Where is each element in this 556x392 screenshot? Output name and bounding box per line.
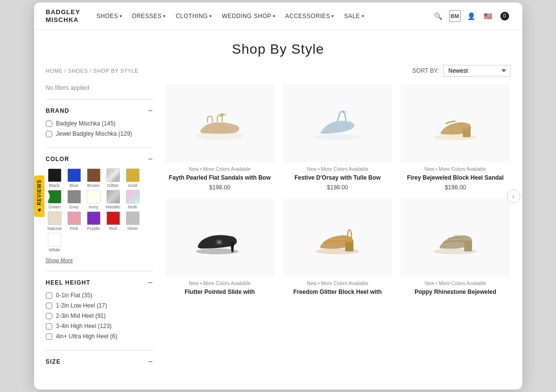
product-image-1 xyxy=(190,99,249,148)
brand-filter-label: BRAND xyxy=(46,107,69,114)
swatch-white-label: White xyxy=(49,248,60,252)
heel-low-checkbox[interactable] xyxy=(46,303,52,309)
heel-height-label: HEEL HEIGHT xyxy=(46,279,90,286)
swatch-metallic[interactable] xyxy=(106,190,120,204)
nav-clothing[interactable]: CLOTHING ▾ xyxy=(176,13,212,20)
swatch-grey[interactable] xyxy=(67,190,81,204)
breadcrumb-sort-bar: HOME / SHOES / SHOP BY STYLE SORT BY: Ne… xyxy=(34,61,522,84)
product-badge-1: New • More Colors Available xyxy=(189,166,250,172)
product-card-1[interactable]: New • More Colors Available Fayth Pearle… xyxy=(165,84,275,191)
brand-filter-header[interactable]: BRAND − xyxy=(46,106,153,115)
color-swatch-white[interactable]: White xyxy=(46,233,63,252)
heel-mid-checkbox[interactable] xyxy=(46,313,52,319)
swatch-purple[interactable] xyxy=(87,211,101,225)
cart-count: 0 xyxy=(500,12,509,21)
navbar: BADGLEY MISCHKA SHOES ▾ DRESSES ▾ CLOTHI… xyxy=(34,2,522,30)
heel-flat-checkbox[interactable] xyxy=(46,292,52,299)
product-name-4: Flutter Pointed Slide with xyxy=(185,288,255,296)
product-card-2[interactable]: New • More Colors Available Festive D'Or… xyxy=(283,84,392,191)
swatch-green[interactable] xyxy=(48,190,62,204)
size-filter-header[interactable]: SIZE − xyxy=(46,357,153,366)
heel-ultra-checkbox[interactable] xyxy=(46,333,52,340)
color-collapse-icon[interactable]: − xyxy=(148,155,153,164)
chevron-icon: ▾ xyxy=(362,14,365,19)
color-show-more[interactable]: Show More xyxy=(46,257,73,263)
swatch-multi[interactable] xyxy=(126,190,140,204)
brand-collapse-icon[interactable]: − xyxy=(148,106,153,115)
nav-accessories[interactable]: ACCESSORIES ▾ xyxy=(285,13,334,20)
swatch-white[interactable] xyxy=(48,233,62,247)
swatch-brown-label: Brown xyxy=(87,183,100,188)
swatch-silver[interactable] xyxy=(126,211,140,225)
product-image-wrap-4 xyxy=(165,199,275,277)
page-title: Shop By Style xyxy=(34,41,522,57)
color-swatch-glitter[interactable]: Glitter xyxy=(104,168,122,188)
swatch-natural-label: Natural xyxy=(47,226,62,231)
filter-item-jewel: Jewel Badgley Mischka (129) xyxy=(46,130,153,137)
brand-badgley-label: Badgley Mischka (145) xyxy=(56,120,116,127)
svg-rect-10 xyxy=(345,241,353,251)
account-icon[interactable]: 👤 xyxy=(466,10,477,22)
cart-icon[interactable]: 0 xyxy=(499,10,511,22)
color-swatch-grey[interactable]: Grey xyxy=(65,190,83,209)
color-swatch-brown[interactable]: Brown xyxy=(85,168,103,188)
brand-badgley-checkbox[interactable] xyxy=(46,121,52,127)
swatch-black[interactable] xyxy=(48,168,62,182)
product-name-1: Fayth Pearled Flat Sandals with Bow xyxy=(169,174,271,182)
color-swatch-ivory[interactable]: Ivory xyxy=(85,190,103,209)
swatch-natural[interactable] xyxy=(48,211,62,225)
wishlist-icon[interactable]: BM xyxy=(449,10,461,22)
nav-dresses[interactable]: DRESSES ▾ xyxy=(132,13,166,20)
swatch-metallic-label: Metallic xyxy=(105,205,121,209)
swatch-red[interactable] xyxy=(106,211,120,225)
no-filters-label: No filters applied xyxy=(46,84,153,91)
chevron-icon: ▾ xyxy=(273,14,276,19)
color-swatch-purple[interactable]: Purple xyxy=(85,211,103,231)
color-swatch-silver[interactable]: Silver xyxy=(124,211,142,231)
color-swatch-metallic[interactable]: Metallic xyxy=(104,190,122,209)
product-image-6 xyxy=(426,213,485,262)
color-swatch-blue[interactable]: Blue xyxy=(65,168,83,188)
heel-height-collapse-icon[interactable]: − xyxy=(148,278,153,287)
next-arrow[interactable]: › xyxy=(507,189,520,203)
color-swatch-multi[interactable]: Multi xyxy=(124,190,142,209)
swatch-glitter[interactable] xyxy=(106,168,120,182)
swatch-pink-label: Pink xyxy=(70,226,79,231)
heel-height-filter-header[interactable]: HEEL HEIGHT − xyxy=(46,278,153,287)
reviews-tab[interactable]: ★ REVIEWS xyxy=(34,175,44,217)
color-swatch-red[interactable]: Red xyxy=(104,211,122,231)
color-swatch-gold[interactable]: Gold xyxy=(124,168,142,188)
color-swatch-black[interactable]: Black xyxy=(46,168,63,188)
svg-point-2 xyxy=(314,134,361,140)
heel-high-checkbox[interactable] xyxy=(46,323,52,330)
brand-logo[interactable]: BADGLEY MISCHKA xyxy=(46,8,85,23)
heel-high: 3-4in High Heel (123) xyxy=(46,323,153,330)
swatch-ivory[interactable] xyxy=(87,190,101,204)
flag-icon[interactable]: 🇺🇸 xyxy=(482,10,494,22)
swatch-green-label: Green xyxy=(48,205,61,209)
brand-jewel-checkbox[interactable] xyxy=(46,131,52,137)
nav-shoes[interactable]: SHOES ▾ xyxy=(97,13,123,20)
search-icon[interactable]: 🔍 xyxy=(432,10,444,22)
swatch-brown[interactable] xyxy=(87,168,101,182)
swatch-blue[interactable] xyxy=(67,168,81,182)
nav-sale[interactable]: SALE ▾ xyxy=(344,13,364,20)
product-badge-3: New • More Colors Available xyxy=(425,166,486,172)
color-swatch-pink[interactable]: Pink xyxy=(65,211,83,231)
color-swatch-natural[interactable]: Natural xyxy=(46,211,63,231)
swatch-pink[interactable] xyxy=(67,211,81,225)
color-filter-header[interactable]: COLOR − xyxy=(46,155,153,164)
product-card-6[interactable]: New • More Colors Available Poppy Rhines… xyxy=(400,199,510,298)
sort-label: SORT BY: xyxy=(412,67,439,74)
nav-wedding[interactable]: WEDDING SHOP ▾ xyxy=(222,13,275,20)
size-collapse-icon[interactable]: − xyxy=(148,357,153,366)
product-name-6: Poppy Rhinestone Bejeweled xyxy=(414,288,496,296)
product-card-4[interactable]: New • More Colors Available Flutter Poin… xyxy=(165,199,275,298)
sort-dropdown[interactable]: Newest Price: Low to High Price: High to… xyxy=(443,65,511,77)
heel-low: 1-2in Low Heel (17) xyxy=(46,302,153,309)
product-card-5[interactable]: New • More Colors Available Freedom Glit… xyxy=(283,199,392,298)
heel-flat-label: 0-1in Flat (35) xyxy=(56,292,93,299)
swatch-gold[interactable] xyxy=(126,168,140,182)
product-card-3[interactable]: New • More Colors Available Firey Bejewe… xyxy=(400,84,510,191)
size-filter-label: SIZE xyxy=(46,358,61,365)
